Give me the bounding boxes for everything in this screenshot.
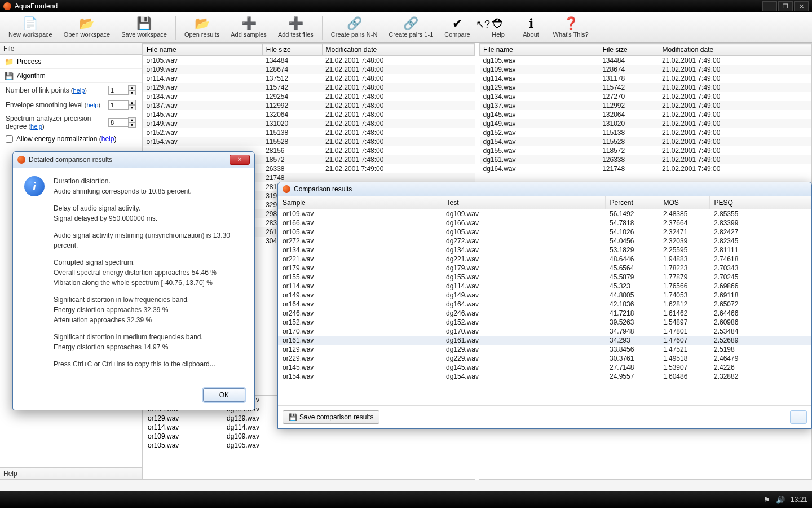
table-row[interactable]: dg129.wav11574221.02.2001 7:49:00: [480, 83, 811, 92]
close-button[interactable]: ✕: [794, 1, 809, 11]
result-row[interactable]: or114.wavdg114.wav45.3231.765662.69866: [278, 282, 811, 291]
table-row[interactable]: or134.wav12925421.02.2001 7:48:00: [143, 92, 475, 101]
toolbar-help[interactable]: ⛑Help: [483, 14, 514, 42]
spin-up[interactable]: ▲: [128, 117, 136, 122]
col-mod[interactable]: Modification date: [322, 44, 475, 56]
result-row[interactable]: or145.wavdg145.wav27.71481.539072.4226: [278, 363, 811, 372]
minimize-button[interactable]: —: [762, 1, 777, 11]
table-row[interactable]: dg109.wav12867421.02.2001 7:49:00: [480, 65, 811, 74]
queue-row[interactable]: or105.wavdg105.wav: [142, 441, 812, 450]
table-row[interactable]: or152.wav11513821.02.2001 7:48:00: [143, 128, 475, 137]
result-row[interactable]: or179.wavdg179.wav45.65641.782232.70343: [278, 264, 811, 273]
table-row[interactable]: or145.wav13206421.02.2001 7:48:00: [143, 110, 475, 119]
spin-up[interactable]: ▲: [128, 85, 136, 90]
toolbar-create-pairs-1-1[interactable]: 🔗Create pairs 1-1: [383, 14, 438, 42]
table-row[interactable]: dg105.wav13448421.02.2001 7:49:00: [480, 56, 811, 65]
tray-volume-icon[interactable]: 🔊: [776, 496, 785, 504]
col-sample[interactable]: Sample: [278, 196, 442, 209]
toolbar-about[interactable]: ℹAbout: [515, 14, 547, 42]
toolbar-icon: 📂: [79, 17, 94, 30]
toolbar-compare[interactable]: ✔Compare: [439, 14, 475, 42]
envelope-input[interactable]: [108, 100, 129, 110]
toolbar-open-workspace[interactable]: 📂Open workspace: [59, 14, 116, 42]
table-row[interactable]: dg145.wav13206421.02.2001 7:49:00: [480, 110, 811, 119]
result-row[interactable]: or221.wavdg221.wav48.64461.948832.74618: [278, 255, 811, 264]
toolbar-add-samples[interactable]: ➕Add samples: [226, 14, 272, 42]
col-size[interactable]: File size: [599, 44, 659, 56]
clock[interactable]: 13:21: [791, 496, 807, 503]
toolbar-what-s-this-[interactable]: ❓What's This?: [548, 14, 594, 42]
table-row[interactable]: or129.wav11574221.02.2001 7:48:00: [143, 83, 475, 92]
table-row[interactable]: dg155.wav11857221.02.2001 7:49:00: [480, 146, 811, 155]
help-link[interactable]: help: [30, 123, 42, 130]
toolbar-add-test-files[interactable]: ➕Add test files: [273, 14, 319, 42]
col-name[interactable]: File name: [143, 44, 263, 56]
link-points-input[interactable]: [108, 86, 129, 95]
result-row[interactable]: or105.wavdg105.wav54.10262.324712.82427: [278, 227, 811, 237]
col-percent[interactable]: Percent: [605, 196, 659, 209]
spin-down[interactable]: ▼: [128, 90, 136, 95]
result-row[interactable]: or149.wavdg149.wav44.80051.740532.69118: [278, 291, 811, 300]
table-row[interactable]: dg161.wav12633821.02.2001 7:49:00: [480, 155, 811, 164]
result-row[interactable]: or161.wavdg161.wav34.2931.476072.52689: [278, 336, 811, 345]
result-row[interactable]: or166.wavdg166.wav54.78182.376642.83399: [278, 218, 811, 227]
col-mos[interactable]: MOS: [659, 196, 709, 209]
col-test[interactable]: Test: [442, 196, 605, 209]
table-row[interactable]: or105.wav13448421.02.2001 7:48:00: [143, 56, 475, 65]
table-row[interactable]: dg137.wav11299221.02.2001 7:49:00: [480, 101, 811, 110]
energy-norm-checkbox[interactable]: [6, 135, 13, 143]
table-row[interactable]: or114.wav13751221.02.2001 7:48:00: [143, 74, 475, 83]
col-pesq[interactable]: PESQ: [709, 196, 811, 209]
toolbar-new-workspace[interactable]: 📄New workspace: [3, 14, 58, 42]
help-header[interactable]: Help: [0, 467, 142, 480]
table-row[interactable]: dg114.wav13117821.02.2001 7:49:00: [480, 74, 811, 83]
maximize-button[interactable]: ❐: [778, 1, 793, 11]
result-row[interactable]: or272.wavdg272.wav54.04562.320392.82345: [278, 237, 811, 246]
table-row[interactable]: dg154.wav11552821.02.2001 7:49:00: [480, 137, 811, 146]
dialog-close-button[interactable]: ✕: [230, 155, 250, 165]
comparison-results-window: Comparison results Sample Test Percent M…: [277, 182, 812, 429]
result-row[interactable]: or155.wavdg155.wav45.58791.778792.70245: [278, 273, 811, 282]
result-row[interactable]: or170.wavdg170.wav34.79481.478012.53484: [278, 327, 811, 336]
result-row[interactable]: or134.wavdg134.wav53.18292.255952.81111: [278, 246, 811, 255]
algorithm-item[interactable]: 💾 Algorithm: [0, 69, 142, 83]
result-row[interactable]: or154.wavdg154.wav24.95571.604862.32882: [278, 372, 811, 381]
toolbar-icon: ⛑: [492, 17, 505, 30]
help-link[interactable]: help: [102, 135, 114, 143]
toolbar-create-pairs-n-n[interactable]: 🔗Create pairs N-N: [326, 14, 383, 42]
table-row[interactable]: dg149.wav13102021.02.2001 7:49:00: [480, 119, 811, 128]
ok-button[interactable]: OK: [203, 388, 245, 402]
save-results-button[interactable]: 💾Save comparison results: [283, 410, 379, 424]
toolbar-save-workspace[interactable]: 💾Save workspace: [116, 14, 172, 42]
spectrum-input[interactable]: [108, 118, 129, 127]
result-row[interactable]: or109.wavdg109.wav56.14922.483852.85355: [278, 209, 811, 219]
result-row[interactable]: or129.wavdg129.wav33.84561.475212.5198: [278, 345, 811, 354]
queue-row[interactable]: or109.wavdg109.wav: [142, 432, 812, 441]
table-row[interactable]: dg164.wav12174821.02.2001 7:49:00: [480, 164, 811, 173]
spin-down[interactable]: ▼: [128, 105, 136, 110]
table-row[interactable]: or149.wav13102021.02.2001 7:48:00: [143, 119, 475, 128]
col-name[interactable]: File name: [480, 44, 599, 56]
result-row[interactable]: or164.wavdg164.wav42.10361.628122.65072: [278, 300, 811, 309]
table-row[interactable]: dg134.wav12727021.02.2001 7:49:00: [480, 92, 811, 101]
process-item[interactable]: 📁 Process: [0, 55, 142, 69]
col-mod[interactable]: Modification date: [659, 44, 811, 56]
table-row[interactable]: or137.wav11299221.02.2001 7:48:00: [143, 101, 475, 110]
spin-down[interactable]: ▼: [128, 122, 136, 128]
app-icon: [3, 2, 11, 10]
table-row[interactable]: dg152.wav11513821.02.2001 7:49:00: [480, 128, 811, 137]
tray-flag-icon[interactable]: ⚑: [764, 496, 770, 504]
result-row[interactable]: or246.wavdg246.wav41.72181.614622.64466: [278, 309, 811, 318]
toolbar-open-results[interactable]: 📂Open results: [179, 14, 224, 42]
table-row[interactable]: or154.wav11552821.02.2001 7:48:00: [143, 137, 475, 146]
result-row[interactable]: or152.wavdg152.wav39.52631.548972.60986: [278, 318, 811, 327]
help-link[interactable]: help: [87, 102, 99, 108]
spin-up[interactable]: ▲: [128, 100, 136, 105]
result-row[interactable]: or229.wavdg229.wav30.37611.495182.46479: [278, 354, 811, 363]
col-size[interactable]: File size: [262, 44, 322, 56]
unknown-button[interactable]: [790, 410, 807, 424]
help-link[interactable]: help: [73, 87, 85, 94]
toolbar-icon: 🔗: [403, 17, 418, 30]
dialog-message: Duration distortion.Audio shrinking corr…: [54, 176, 243, 376]
table-row[interactable]: or109.wav12867421.02.2001 7:48:00: [143, 65, 475, 74]
